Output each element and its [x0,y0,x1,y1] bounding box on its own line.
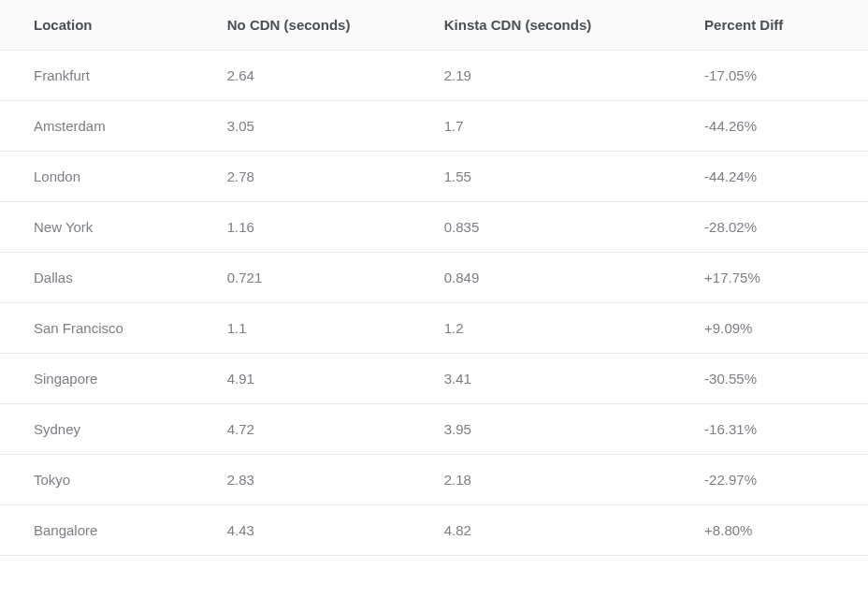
cell-no-cdn: 3.05 [209,101,426,152]
table-row: San Francisco 1.1 1.2 +9.09% [0,303,868,354]
cell-percent-diff: +8.80% [686,505,868,556]
header-kinsta-cdn: Kinsta CDN (seconds) [426,0,686,51]
cell-location: Tokyo [0,455,209,505]
cell-kinsta-cdn: 1.2 [426,303,686,354]
table-row: New York 1.16 0.835 -28.02% [0,202,868,253]
table-row: Singapore 4.91 3.41 -30.55% [0,354,868,404]
table-row: Tokyo 2.83 2.18 -22.97% [0,455,868,505]
cell-kinsta-cdn: 0.849 [426,253,686,303]
cell-percent-diff: +9.09% [686,303,868,354]
cell-percent-diff: -30.55% [686,354,868,404]
cell-kinsta-cdn: 0.835 [426,202,686,253]
cell-kinsta-cdn: 1.55 [426,152,686,202]
cell-location: Frankfurt [0,51,209,101]
cell-no-cdn: 4.43 [209,505,426,556]
cell-percent-diff: -44.26% [686,101,868,152]
cell-location: Dallas [0,253,209,303]
cell-kinsta-cdn: 2.18 [426,455,686,505]
cell-no-cdn: 0.721 [209,253,426,303]
cell-percent-diff: -16.31% [686,404,868,455]
cell-kinsta-cdn: 3.95 [426,404,686,455]
cdn-comparison-table: Location No CDN (seconds) Kinsta CDN (se… [0,0,868,556]
header-percent-diff: Percent Diff [686,0,868,51]
cell-location: Singapore [0,354,209,404]
cell-location: Sydney [0,404,209,455]
header-no-cdn: No CDN (seconds) [209,0,426,51]
cell-percent-diff: -28.02% [686,202,868,253]
cell-no-cdn: 2.83 [209,455,426,505]
cell-location: Bangalore [0,505,209,556]
cell-no-cdn: 4.72 [209,404,426,455]
cell-percent-diff: +17.75% [686,253,868,303]
table-row: Dallas 0.721 0.849 +17.75% [0,253,868,303]
cell-no-cdn: 2.64 [209,51,426,101]
cell-no-cdn: 1.1 [209,303,426,354]
table-row: Sydney 4.72 3.95 -16.31% [0,404,868,455]
table-header: Location No CDN (seconds) Kinsta CDN (se… [0,0,868,51]
table-row: Amsterdam 3.05 1.7 -44.26% [0,101,868,152]
cell-location: Amsterdam [0,101,209,152]
table-row: Bangalore 4.43 4.82 +8.80% [0,505,868,556]
table-row: Frankfurt 2.64 2.19 -17.05% [0,51,868,101]
cell-no-cdn: 4.91 [209,354,426,404]
table-body: Frankfurt 2.64 2.19 -17.05% Amsterdam 3.… [0,51,868,556]
cell-location: San Francisco [0,303,209,354]
header-location: Location [0,0,209,51]
cell-location: London [0,152,209,202]
cell-no-cdn: 1.16 [209,202,426,253]
cell-kinsta-cdn: 2.19 [426,51,686,101]
cell-kinsta-cdn: 3.41 [426,354,686,404]
table-row: London 2.78 1.55 -44.24% [0,152,868,202]
cell-no-cdn: 2.78 [209,152,426,202]
cell-percent-diff: -17.05% [686,51,868,101]
cell-kinsta-cdn: 4.82 [426,505,686,556]
cell-kinsta-cdn: 1.7 [426,101,686,152]
cell-percent-diff: -22.97% [686,455,868,505]
cell-percent-diff: -44.24% [686,152,868,202]
cell-location: New York [0,202,209,253]
